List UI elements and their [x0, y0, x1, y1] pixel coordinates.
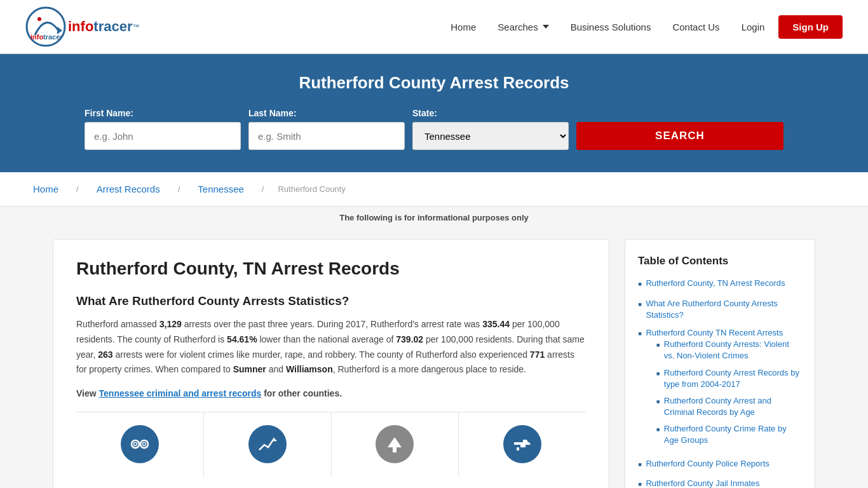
main-title: Rutherford County, TN Arrest Records [76, 259, 586, 279]
breadcrumb-rutherford: Rutherford County [278, 184, 345, 194]
toc-subitem-2: ▪ Rutherford County Arrest Records by ty… [656, 367, 802, 390]
search-form: First Name: Last Name: State: Tennessee … [85, 108, 783, 150]
logo-tm: ™ [132, 23, 139, 30]
last-name-input[interactable] [248, 122, 405, 150]
nav-business-solutions[interactable]: Business Solutions [563, 17, 659, 37]
svg-marker-10 [273, 437, 277, 441]
nav-signup[interactable]: Sign Up [778, 15, 843, 39]
para-text-4: lower than the national average of [257, 334, 397, 344]
toc-link-5[interactable]: Rutherford County Jail Inmates [646, 478, 759, 488]
stat-rate: 335.44 [482, 319, 510, 329]
toc-link-1[interactable]: Rutherford County, TN Arrest Records [646, 278, 785, 289]
first-name-group: First Name: [85, 108, 241, 150]
stats-heading: What Are Rutherford County Arrests Stati… [76, 294, 586, 308]
logo-icon: info tracer [25, 6, 67, 48]
toc-bullet-2: ▪ [638, 298, 642, 312]
toc-subitem-3: ▪ Rutherford County Arrest and Criminal … [656, 395, 802, 418]
info-notice: The following is for informational purpo… [0, 207, 868, 229]
para-text-9: , Rutherford is a more dangerous place t… [333, 364, 526, 374]
view-more-link[interactable]: Tennessee criminal and arrest records [99, 388, 262, 398]
toc-item-4: ▪ Rutherford County Police Reports [638, 458, 802, 472]
toc-item-2: ▪ What Are Rutherford County Arrests Sta… [638, 298, 802, 321]
toc-link-3[interactable]: Rutherford County TN Recent Arrests [646, 328, 783, 337]
icons-row [76, 412, 586, 476]
toc-subbullet-3: ▪ [656, 395, 660, 409]
toc-item-5: ▪ Rutherford County Jail Inmates [638, 478, 802, 488]
icon-up-arrow [332, 412, 459, 476]
para-text-8: and [266, 364, 286, 374]
header: info tracer infotracer™ Home Searches Bu… [0, 0, 868, 54]
breadcrumb: Home / Arrest Records / Tennessee / Ruth… [25, 179, 843, 200]
stats-paragraph: Rutherford amassed 3,129 arrests over th… [76, 317, 586, 377]
state-group: State: Tennessee Alabama Alaska Arizona … [412, 108, 569, 150]
table-of-contents-sidebar: Table of Contents ▪ Rutherford County, T… [625, 239, 815, 488]
chart-icon [248, 425, 287, 463]
toc-item-1: ▪ Rutherford County, TN Arrest Records [638, 278, 802, 292]
toc-bullet-5: ▪ [638, 478, 642, 488]
main-container: Rutherford County, TN Arrest Records Wha… [27, 239, 841, 488]
nav-login[interactable]: Login [734, 17, 773, 37]
toc-subitem-1: ▪ Rutherford County Arrests: Violent vs.… [656, 339, 802, 362]
toc-bullet-4: ▪ [638, 458, 642, 472]
breadcrumb-tennessee[interactable]: Tennessee [190, 179, 252, 200]
gun-icon [503, 425, 541, 463]
toc-item-3: ▪ Rutherford County TN Recent Arrests ▪ … [638, 327, 802, 452]
svg-point-8 [133, 442, 137, 445]
svg-point-5 [132, 440, 139, 448]
state-select[interactable]: Tennessee Alabama Alaska Arizona Califor… [412, 122, 569, 150]
breadcrumb-arrest-records[interactable]: Arrest Records [89, 179, 168, 200]
toc-link-2[interactable]: What Are Rutherford County Arrests Stati… [646, 298, 802, 321]
toc-link-4[interactable]: Rutherford County Police Reports [646, 458, 769, 470]
hero-title: Rutherford County Arrest Records [25, 73, 843, 93]
breadcrumb-bar: Home / Arrest Records / Tennessee / Ruth… [0, 172, 868, 207]
county-sumner: Sumner [233, 364, 266, 374]
breadcrumb-home[interactable]: Home [25, 179, 66, 200]
toc-sublink-2[interactable]: Rutherford County Arrest Records by type… [664, 367, 802, 390]
content-area: Rutherford County, TN Arrest Records Wha… [53, 239, 609, 488]
last-name-label: Last Name: [248, 108, 405, 118]
logo-text-blue: tracer [93, 18, 132, 35]
stat-national: 739.02 [396, 334, 423, 344]
last-name-group: Last Name: [248, 108, 405, 150]
main-nav: Home Searches Business Solutions Contact… [443, 15, 843, 39]
hero-section: Rutherford County Arrest Records First N… [0, 54, 868, 172]
icon-handcuffs [76, 412, 204, 476]
breadcrumb-sep-2: / [178, 184, 180, 194]
view-more-suffix: for other counties. [261, 388, 342, 398]
toc-heading: Table of Contents [638, 255, 802, 268]
svg-point-1 [37, 17, 41, 21]
para-text-6: arrests were for violent crimes like mur… [113, 349, 530, 360]
svg-rect-13 [517, 447, 519, 451]
toc-sublink-4[interactable]: Rutherford County Crime Rate by Age Grou… [664, 423, 802, 446]
svg-rect-12 [393, 447, 397, 452]
toc-sublist: ▪ Rutherford County Arrests: Violent vs.… [656, 339, 802, 447]
toc-sublink-3[interactable]: Rutherford County Arrest and Criminal Re… [664, 395, 802, 418]
toc-bullet-1: ▪ [638, 278, 642, 292]
logo[interactable]: info tracer infotracer™ [25, 6, 139, 48]
logo-text-red: info [68, 18, 93, 35]
state-label: State: [412, 108, 569, 118]
breadcrumb-sep-3: / [262, 184, 264, 194]
first-name-input[interactable] [85, 122, 241, 150]
stat-lower: 54.61% [227, 334, 257, 344]
toc-subbullet-4: ▪ [656, 423, 660, 437]
handcuffs-icon [121, 425, 159, 463]
icon-gun [459, 412, 586, 476]
search-button[interactable]: SEARCH [576, 122, 783, 150]
toc-subitem-4: ▪ Rutherford County Crime Rate by Age Gr… [656, 423, 802, 446]
icon-chart [204, 412, 332, 476]
view-more-paragraph: View Tennessee criminal and arrest recor… [76, 386, 586, 402]
nav-home[interactable]: Home [443, 17, 484, 37]
svg-text:tracer: tracer [43, 33, 63, 41]
chevron-down-icon [543, 25, 549, 29]
nav-searches[interactable]: Searches [490, 17, 556, 37]
para-text-2: arrests over the past three years. Durin… [182, 319, 482, 329]
svg-point-9 [142, 442, 146, 445]
toc-bullet-3: ▪ [638, 327, 642, 341]
svg-marker-11 [388, 437, 402, 447]
breadcrumb-sep-1: / [76, 184, 79, 194]
toc-subbullet-1: ▪ [656, 339, 660, 353]
toc-sublink-1[interactable]: Rutherford County Arrests: Violent vs. N… [664, 339, 802, 362]
nav-contact-us[interactable]: Contact Us [665, 17, 727, 37]
stat-arrests: 3,129 [159, 319, 182, 329]
